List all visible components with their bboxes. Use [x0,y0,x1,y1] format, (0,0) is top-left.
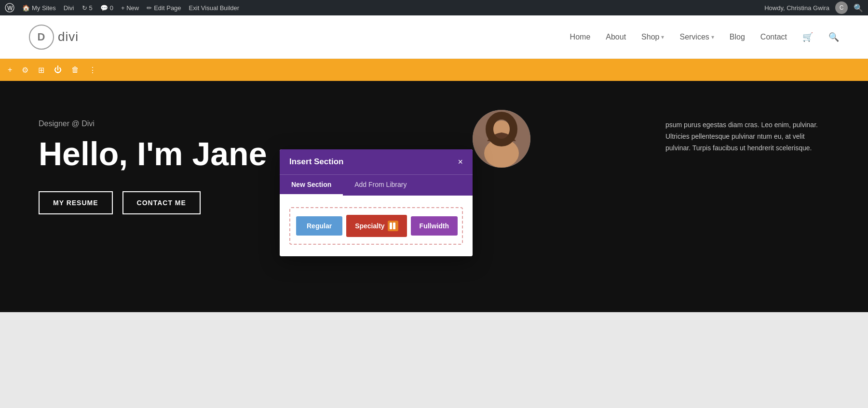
admin-bar: W 🏠 My Sites Divi ↻ 5 💬 0 + New ✏ Edit P… [0,0,868,15]
divi-link[interactable]: Divi [64,4,74,12]
delete-toolbar-btn[interactable]: 🗑 [69,64,81,76]
user-greeting: Howdy, Christina Gwira [764,4,829,12]
modal-body: Regular Specialty Fullwidth [280,196,473,256]
site-logo[interactable]: D divi [29,25,79,50]
nav-contact[interactable]: Contact [760,33,787,41]
new-button[interactable]: + New [121,4,139,12]
hero-avatar [473,110,530,168]
light-section: 1 2 [0,312,868,408]
hero-right-text: psum purus egestas diam cras. Leo enim, … [665,119,829,154]
section-options: Regular Specialty Fullwidth [289,207,463,245]
services-chevron-icon: ▾ [711,34,714,40]
svg-text:W: W [7,5,13,12]
wordpress-logo[interactable]: W [5,3,14,13]
svg-rect-15 [393,223,395,229]
modal-header: Insert Section × [280,149,473,174]
nav-blog[interactable]: Blog [730,33,745,41]
cart-icon[interactable]: 🛒 [802,32,813,42]
nav-services[interactable]: Services ▾ [679,33,714,41]
nav-home[interactable]: Home [570,33,591,41]
site-header: D divi Home About Shop ▾ Services ▾ Blog… [0,15,868,59]
contact-button[interactable]: CONTACT ME [122,191,201,214]
hero-avatar-wrap [473,110,530,168]
updates-icon: ↻ [82,4,87,12]
edit-icon: ✏ [147,4,152,12]
tab-new-section[interactable]: New Section [280,175,343,196]
modal-close-button[interactable]: × [458,158,463,166]
comments-icon: 💬 [100,4,108,12]
avatar[interactable]: C [835,1,848,14]
exit-vb-button[interactable]: Exit Visual Builder [189,4,240,12]
svg-rect-14 [390,223,392,229]
nav-about[interactable]: About [606,33,626,41]
tab-add-from-library[interactable]: Add From Library [343,175,418,196]
more-toolbar-btn[interactable]: ⋮ [87,64,98,77]
nav-shop[interactable]: Shop ▾ [641,33,664,41]
toggle-toolbar-btn[interactable]: ⏻ [52,64,64,76]
insert-section-modal: Insert Section × New Section Add From Li… [280,149,473,256]
section-toolbar: + ⚙ ⊞ ⏻ 🗑 ⋮ [0,59,868,81]
add-section-toolbar-btn[interactable]: + [6,64,14,76]
resume-button[interactable]: MY RESUME [39,191,113,214]
modal-tabs: New Section Add From Library [280,174,473,196]
modal-title: Insert Section [289,157,343,167]
search-icon[interactable]: 🔍 [828,32,839,42]
settings-toolbar-btn[interactable]: ⚙ [20,64,30,77]
logo-circle: D [29,25,54,50]
specialty-icon [388,221,398,231]
fullwidth-section-button[interactable]: Fullwidth [411,216,458,236]
site-nav: Home About Shop ▾ Services ▾ Blog Contac… [570,32,839,42]
my-sites-link[interactable]: 🏠 My Sites [22,4,56,12]
regular-section-button[interactable]: Regular [296,216,342,236]
layout-toolbar-btn[interactable]: ⊞ [36,64,46,77]
shop-chevron-icon: ▾ [661,34,664,40]
updates-link[interactable]: ↻ 5 [82,4,93,12]
specialty-section-button[interactable]: Specialty [346,215,407,237]
search-icon[interactable]: 🔍 [854,3,863,13]
comments-link[interactable]: 💬 0 [100,4,113,12]
edit-page-button[interactable]: ✏ Edit Page [147,4,181,12]
my-sites-icon: 🏠 [22,4,30,12]
admin-bar-right: Howdy, Christina Gwira C 🔍 [764,1,863,14]
